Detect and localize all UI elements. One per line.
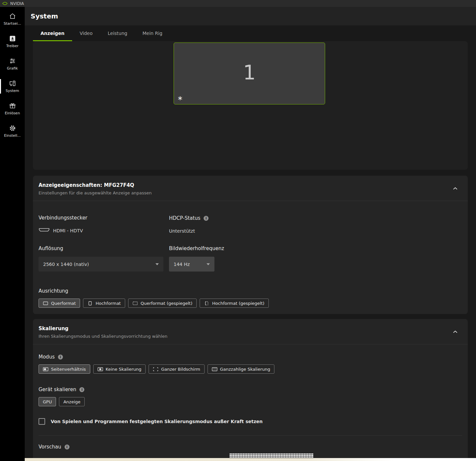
connector-value: HDMI - HDTV	[53, 228, 83, 233]
window-title: NVIDIA	[10, 1, 24, 6]
display-arrangement-canvas: 1 *	[33, 41, 468, 170]
hdcp-label: HDCP-Status	[169, 215, 200, 221]
system-icon	[9, 80, 16, 87]
mode-fullscreen-button[interactable]: Ganzer Bildschirm	[149, 364, 205, 374]
integer-scaling-icon	[212, 367, 217, 371]
no-scaling-icon	[98, 367, 103, 371]
orientation-portrait-mirrored-button[interactable]: Hochformat (gespiegelt)	[200, 299, 269, 308]
tab-anzeigen[interactable]: Anzeigen	[33, 25, 72, 41]
collapse-panel-button[interactable]	[451, 327, 460, 335]
orientation-landscape-mirrored-button[interactable]: Querformat (gespiegelt)	[128, 299, 197, 308]
window-titlebar: NVIDIA	[0, 0, 476, 7]
collapse-panel-button[interactable]	[451, 184, 460, 192]
panel-subtitle: Einstellungen für die ausgewählte Anzeig…	[39, 190, 448, 195]
refresh-rate-dropdown[interactable]: 144 Hz	[169, 257, 214, 272]
info-icon[interactable]	[204, 216, 209, 221]
mode-label: Modus	[39, 354, 55, 360]
nvidia-logo-icon	[2, 0, 8, 7]
download-icon	[9, 35, 16, 42]
orientation-options: Querformat Hochformat Quer	[39, 299, 462, 308]
portrait-mirrored-icon	[204, 301, 210, 305]
device-gpu-button[interactable]: GPU	[39, 397, 56, 406]
panel-title: Anzeigeeigenschaften: MFG27F4Q	[39, 182, 448, 188]
scaling-panel: Skalierung Ihren Skalierungsmodus und Sk…	[33, 319, 468, 461]
tab-video[interactable]: Video	[72, 25, 100, 41]
tab-leistung[interactable]: Leistung	[100, 25, 135, 41]
display-properties-header: Anzeigeeigenschaften: MFG27F4Q Einstellu…	[33, 176, 468, 201]
sidebar-item-startseite[interactable]: Startsei...	[0, 10, 25, 28]
sidebar-item-label: System	[6, 89, 19, 93]
orientation-landscape-button[interactable]: Querformat	[39, 299, 80, 308]
tab-mein-rig[interactable]: Mein Rig	[135, 25, 170, 41]
sidebar-item-label: Einstell...	[4, 133, 20, 138]
orientation-label: Ausrichtung	[39, 288, 462, 294]
sidebar-item-einloesen[interactable]: Einlösen	[0, 100, 25, 118]
sidebar-item-treiber[interactable]: Treiber	[0, 33, 25, 50]
display-properties-panel: Anzeigeeigenschaften: MFG27F4Q Einstellu…	[33, 176, 468, 314]
resolution-label: Auflösung	[39, 245, 169, 251]
hdmi-connector-icon	[39, 227, 50, 234]
monitor-number: 1	[243, 61, 256, 84]
connector-label: Verbindungsstecker	[39, 215, 169, 221]
nvidia-app-window: NVIDIA Startsei... Treiber	[0, 0, 476, 461]
sidebar-item-system[interactable]: System	[0, 77, 25, 95]
resolution-dropdown[interactable]: 2560 x 1440 (nativ)	[39, 257, 163, 272]
sidebar-item-label: Treiber	[6, 44, 18, 48]
landscape-mirrored-icon	[132, 301, 138, 305]
scale-device-label: Gerät skalieren	[39, 387, 76, 392]
info-icon[interactable]	[58, 355, 63, 360]
sidebar-item-label: Grafik	[7, 66, 18, 71]
refresh-rate-label: Bildwiederholfrequenz	[169, 245, 462, 251]
mode-aspect-ratio-button[interactable]: Seitenverhältnis	[39, 364, 90, 374]
chevron-up-icon	[453, 185, 458, 191]
gear-icon	[9, 125, 16, 132]
home-icon	[9, 13, 16, 20]
preview-label: Vorschau	[39, 444, 61, 450]
override-scaling-label: Von Spielen und Programmen festgelegten …	[51, 419, 263, 424]
hdcp-value: Unterstützt	[169, 228, 462, 234]
sidebar-item-label: Startsei...	[4, 21, 21, 26]
content: 1 * Anzeigeeigenschaften: MFG27F4Q Einst…	[25, 41, 476, 461]
page-header: System	[25, 7, 476, 25]
device-display-button[interactable]: Anzeige	[59, 397, 85, 406]
page-title: System	[31, 12, 58, 20]
panel-subtitle: Ihren Skalierungsmodus und Skalierungsvo…	[39, 334, 448, 339]
main-area: System Anzeigen Video Leistung Mein Rig …	[25, 7, 476, 461]
scaling-mode-options: Seitenverhältnis Keine Skalierung	[39, 364, 462, 374]
sliders-icon	[9, 57, 16, 65]
sidebar-item-grafik[interactable]: Grafik	[0, 55, 25, 73]
chevron-up-icon	[453, 328, 458, 334]
tab-bar: Anzeigen Video Leistung Mein Rig	[25, 25, 476, 41]
resolution-value: 2560 x 1440 (nativ)	[43, 262, 89, 267]
fullscreen-icon	[153, 367, 158, 371]
caret-down-icon	[207, 263, 210, 265]
landscape-icon	[43, 301, 48, 305]
aspect-ratio-icon	[43, 367, 48, 371]
panel-title: Skalierung	[39, 326, 448, 331]
monitor-1-tile[interactable]: 1 *	[174, 43, 325, 104]
primary-display-indicator: *	[178, 95, 182, 105]
gift-icon	[9, 102, 16, 109]
orientation-portrait-button[interactable]: Hochformat	[83, 299, 125, 308]
scale-device-options: GPU Anzeige	[39, 397, 462, 406]
bottom-window-strip	[25, 458, 476, 461]
sidebar-item-label: Einlösen	[5, 111, 20, 115]
info-icon[interactable]	[79, 387, 84, 392]
sidebar: Startsei... Treiber Grafik	[0, 7, 25, 461]
refresh-rate-value: 144 Hz	[174, 262, 190, 267]
mode-no-scaling-button[interactable]: Keine Skalierung	[93, 364, 146, 374]
mode-integer-scaling-button[interactable]: Ganzzahlige Skalierung	[208, 364, 275, 374]
caret-down-icon	[155, 263, 159, 265]
sidebar-item-einstellungen[interactable]: Einstell...	[0, 122, 25, 140]
override-scaling-checkbox[interactable]	[39, 418, 45, 425]
scaling-header: Skalierung Ihren Skalierungsmodus und Sk…	[33, 319, 468, 344]
info-icon[interactable]	[65, 445, 70, 449]
portrait-icon	[87, 301, 93, 305]
